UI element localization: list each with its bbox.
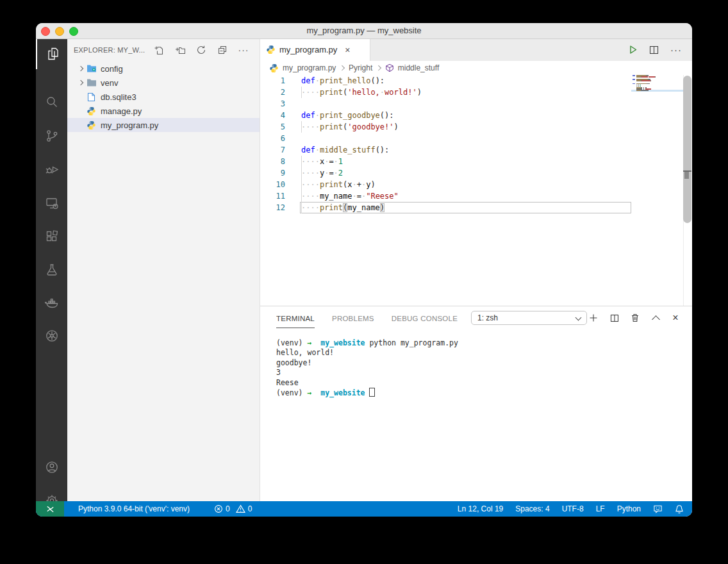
explorer-sidebar: EXPLORER: MY_W... ··· config [67, 38, 260, 501]
code-content[interactable]: ····my_name·=·"Reese" [300, 190, 631, 202]
search-icon [44, 94, 60, 110]
python-icon [87, 106, 96, 116]
code-content[interactable]: ····y·=·2 [300, 167, 631, 179]
new-terminal-icon[interactable] [588, 313, 599, 323]
minimap[interactable] [631, 75, 683, 152]
line-number[interactable]: 2 [260, 87, 285, 98]
scrollbar-handle[interactable] [684, 172, 689, 179]
line-number[interactable]: 3 [260, 98, 285, 110]
line-number[interactable]: 7 [260, 144, 285, 156]
code-content[interactable]: ····x·=·1 [300, 156, 631, 167]
code-content[interactable]: ····print(my_name) [300, 202, 631, 213]
run-python-file-icon[interactable] [628, 45, 638, 54]
new-file-icon[interactable] [154, 45, 164, 55]
code-line[interactable]: 5····print('goodbye!') [260, 121, 631, 133]
code-content[interactable]: ····print(x·+·y) [300, 179, 631, 190]
tab-debug-console[interactable]: DEBUG CONSOLE [392, 308, 458, 328]
indentation[interactable]: Spaces: 4 [515, 504, 549, 513]
kill-terminal-icon[interactable] [630, 313, 640, 323]
close-tab-icon[interactable]: × [345, 46, 350, 54]
file-item-config[interactable]: config [67, 62, 260, 76]
file-item-manage-py[interactable]: manage.py [67, 104, 260, 118]
account-icon [44, 460, 60, 475]
activity-remote-explorer-button[interactable] [36, 188, 67, 219]
remote-indicator[interactable] [36, 501, 64, 517]
file-item-venv[interactable]: venv [67, 76, 260, 90]
code-line[interactable]: 4def·print_goodbye(): [260, 110, 631, 121]
code-content[interactable]: ····print('goodbye!') [300, 121, 631, 133]
code-line[interactable]: 8····x·=·1 [260, 156, 631, 167]
python-interpreter[interactable]: Python 3.9.0 64-bit ('venv': venv) [78, 504, 190, 513]
split-terminal-icon[interactable] [609, 313, 620, 323]
code-content[interactable]: def·middle_stuff(): [300, 144, 631, 156]
code-editor[interactable]: 1def·print_hello():2····print('hello,·wo… [260, 75, 631, 306]
problems-summary[interactable]: 0 0 [214, 504, 252, 513]
feedback-icon[interactable] [653, 504, 663, 513]
line-number[interactable]: 8 [260, 156, 285, 167]
zoom-window-button[interactable] [69, 27, 78, 36]
titlebar: my_program.py — my_website [36, 23, 692, 39]
code-content[interactable]: def·print_goodbye(): [300, 110, 631, 121]
more-actions-icon[interactable]: ··· [670, 44, 682, 55]
line-number[interactable]: 4 [260, 110, 285, 121]
minimize-window-button[interactable] [55, 27, 64, 36]
code-line[interactable]: 6 [260, 133, 631, 144]
line-number[interactable]: 11 [260, 190, 285, 202]
line-number[interactable]: 12 [260, 202, 285, 213]
tab-my-program-py[interactable]: my_program.py × [260, 38, 370, 61]
encoding[interactable]: UTF-8 [562, 504, 584, 513]
source-control-icon [44, 128, 60, 144]
eol-sequence[interactable]: LF [596, 504, 605, 513]
terminal-shell-select[interactable]: 1: zsh [471, 311, 587, 325]
terminal-line: (venv) → my_website [276, 388, 679, 397]
tab-terminal[interactable]: TERMINAL [276, 308, 315, 328]
line-number[interactable]: 10 [260, 179, 285, 190]
code-content[interactable]: ····print('hello,·world!') [300, 87, 631, 98]
code-content[interactable] [300, 98, 631, 110]
file-tree: config venv db.sqlite3 ma [67, 62, 260, 132]
code-content[interactable] [300, 133, 631, 144]
language-mode[interactable]: Python [617, 504, 641, 513]
collapse-folders-icon[interactable] [217, 45, 228, 55]
code-content[interactable]: def·print_hello(): [300, 75, 631, 87]
cursor-position[interactable]: Ln 12, Col 19 [458, 504, 503, 513]
tab-problems[interactable]: PROBLEMS [332, 308, 374, 328]
activity-search-button[interactable] [36, 87, 67, 117]
refresh-icon[interactable] [196, 45, 206, 55]
line-number[interactable]: 5 [260, 121, 285, 133]
code-line[interactable]: 3 [260, 98, 631, 110]
line-number[interactable]: 6 [260, 133, 285, 144]
activity-extensions-button[interactable] [36, 221, 67, 252]
code-line[interactable]: 2····print('hello,·world!') [260, 87, 631, 98]
code-line[interactable]: 11····my_name·=·"Reese" [260, 190, 631, 202]
activity-run-debug-button[interactable] [36, 154, 67, 185]
split-editor-icon[interactable] [649, 46, 659, 54]
notifications-bell-icon[interactable] [675, 504, 684, 514]
account-button[interactable] [36, 452, 67, 483]
activity-explorer-button[interactable] [36, 38, 69, 69]
activity-kubernetes-button[interactable] [36, 320, 67, 351]
code-line[interactable]: 7def·middle_stuff(): [260, 144, 631, 156]
line-number[interactable]: 9 [260, 167, 285, 179]
close-window-button[interactable] [41, 27, 50, 36]
activity-source-control-button[interactable] [36, 120, 67, 151]
close-panel-icon[interactable]: × [670, 313, 681, 323]
editor-scrollbar[interactable] [683, 76, 691, 223]
code-line[interactable]: 9····y·=·2 [260, 167, 631, 179]
breadcrumb-provider[interactable]: Pyright [349, 63, 372, 72]
file-item-my-program-py[interactable]: my_program.py [67, 118, 260, 132]
code-line[interactable]: 12····print(my_name) [260, 202, 631, 213]
activity-testing-button[interactable] [36, 254, 67, 285]
file-item-db-sqlite3[interactable]: db.sqlite3 [67, 90, 260, 104]
chevron-right-icon [340, 65, 345, 70]
code-line[interactable]: 1def·print_hello(): [260, 75, 631, 87]
more-actions-icon[interactable]: ··· [238, 45, 249, 55]
terminal-output[interactable]: (venv) → my_website python my_program.py… [276, 338, 679, 397]
new-folder-icon[interactable] [175, 45, 185, 55]
breadcrumb-file[interactable]: my_program.py [283, 63, 336, 72]
line-number[interactable]: 1 [260, 75, 285, 87]
code-line[interactable]: 10····print(x·+·y) [260, 179, 631, 190]
breadcrumb-symbol[interactable]: middle_stuff [398, 63, 439, 72]
maximize-panel-icon[interactable] [650, 313, 661, 323]
activity-docker-button[interactable] [36, 287, 67, 318]
